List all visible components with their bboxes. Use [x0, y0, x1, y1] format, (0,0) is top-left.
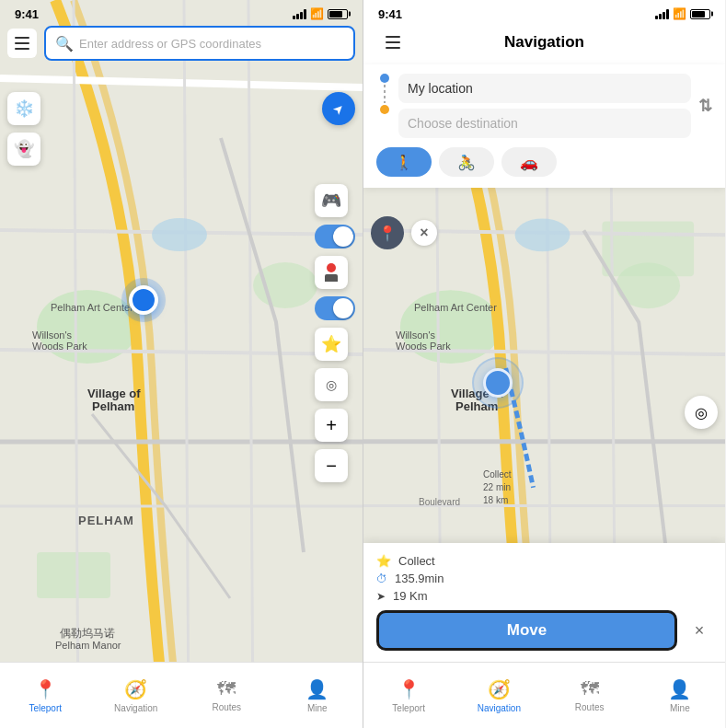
star-icon: ⭐	[376, 554, 391, 568]
right-mine-icon: 👤	[668, 678, 691, 700]
bottom-navigation: 📍 Teleport 🧭 Navigation 🗺 Routes 👤 Mine	[0, 662, 363, 728]
svg-rect-3	[37, 552, 110, 598]
battery-icon	[328, 9, 348, 19]
right-nav-routes[interactable]: 🗺 Routes	[545, 663, 635, 728]
page-title: Navigation	[408, 33, 681, 52]
panel-close-button[interactable]: ×	[686, 618, 712, 643]
svg-rect-0	[0, 0, 363, 728]
right-map-label-time: 22 min	[483, 482, 511, 492]
svg-point-24	[515, 218, 570, 251]
drive-tab[interactable]: 🚗	[501, 147, 557, 177]
hamburger-button[interactable]	[7, 29, 37, 58]
right-signal-icon	[655, 9, 669, 19]
right-routes-label: Routes	[575, 702, 605, 712]
overlay-pin-button[interactable]: 📍	[371, 216, 404, 249]
map-location-pin	[483, 368, 513, 398]
right-phone: Pelham Art Center Willson's Woods Park V…	[363, 0, 725, 728]
star-button[interactable]: ⭐	[315, 328, 348, 361]
move-button-label: Move	[507, 621, 547, 640]
cycle-tab[interactable]: 🚴	[439, 147, 494, 177]
right-hamburger-button[interactable]	[378, 28, 408, 57]
ghost-button[interactable]: 👻	[7, 133, 40, 166]
map-label-village: Village of	[87, 387, 141, 400]
search-icon: 🔍	[55, 35, 74, 52]
routes-icon: 🗺	[217, 678, 236, 699]
mine-icon: 👤	[305, 678, 328, 700]
move-area: Move ×	[376, 610, 712, 651]
overlay-close-button[interactable]: ×	[411, 220, 437, 246]
right-map-label-willsons: Willson's	[396, 329, 435, 341]
signal-icon	[293, 9, 306, 19]
right-teleport-icon: 📍	[398, 678, 421, 700]
compass-button-right[interactable]: ◎	[685, 396, 718, 429]
transport-tabs: 🚶 🚴 🚗	[376, 147, 712, 177]
svg-point-12	[152, 218, 207, 251]
right-battery-icon	[690, 9, 710, 19]
dest-dot	[380, 105, 389, 114]
panel-distance: 19 Km	[393, 589, 428, 603]
walk-tab[interactable]: 🚶	[376, 147, 432, 177]
toggle-2[interactable]	[315, 296, 355, 320]
map-label-pelham-manor: Pelham Manor	[55, 640, 121, 651]
right-map-label-dist: 18 km	[483, 495, 508, 505]
compass-button[interactable]: ◎	[315, 368, 348, 401]
clock-icon: ⏱	[376, 572, 387, 585]
map-label-pelham-city: PELHAM	[78, 514, 134, 527]
location-arrow-button[interactable]: ➤	[322, 92, 355, 125]
map-label-woods: Woods Park	[32, 341, 87, 352]
nav-teleport[interactable]: 📍 Teleport	[0, 663, 91, 728]
map-label-willsons: Willson's	[32, 329, 72, 341]
gamepad-button[interactable]: 🎮	[315, 184, 348, 217]
arrow-icon: ➤	[376, 590, 386, 603]
time-row: ⏱ 135.9min	[376, 572, 712, 585]
mine-label: Mine	[307, 703, 328, 713]
search-bar[interactable]: 🔍 Enter address or GPS coordinates	[44, 26, 355, 61]
right-wifi-icon: 📶	[673, 7, 686, 20]
right-navigation-label: Navigation	[478, 703, 521, 713]
zoom-out-button[interactable]: −	[315, 449, 348, 482]
person-pin-button[interactable]	[315, 256, 348, 289]
teleport-label: Teleport	[29, 703, 62, 713]
right-status-icons: 📶	[655, 7, 710, 20]
search-area: 🔍 Enter address or GPS coordinates	[0, 26, 363, 66]
right-top-bar: Navigation	[363, 26, 725, 64]
right-time-display: 9:41	[378, 7, 402, 21]
right-nav-teleport[interactable]: 📍 Teleport	[363, 663, 454, 728]
right-routes-icon: 🗺	[581, 678, 599, 699]
nav-navigation[interactable]: 🧭 Navigation	[91, 663, 182, 728]
right-mine-label: Mine	[670, 703, 690, 713]
collect-row: ⭐ Collect	[376, 554, 712, 568]
origin-dot	[380, 74, 389, 83]
choose-dest-text: Choose destination	[408, 116, 518, 131]
map-overlay-controls: 📍 ×	[371, 216, 437, 249]
status-icons: 📶	[293, 7, 348, 20]
zoom-in-button[interactable]: +	[315, 409, 348, 442]
search-input[interactable]: Enter address or GPS coordinates	[79, 37, 261, 51]
right-nav-mine[interactable]: 👤 Mine	[635, 663, 725, 728]
map-label-pelham-v: Pelham	[92, 399, 134, 413]
location-pin	[129, 285, 158, 315]
nav-mine[interactable]: 👤 Mine	[272, 663, 363, 728]
right-map-label-pelham-art: Pelham Art Center	[414, 302, 497, 313]
panel-time: 135.9min	[395, 572, 444, 585]
right-map-label-collect: Collect	[483, 469, 512, 480]
svg-rect-16	[602, 221, 694, 276]
origin-field[interactable]: My location	[398, 74, 691, 103]
right-bottom-navigation: 📍 Teleport 🧭 Navigation 🗺 Routes 👤 Mine	[363, 662, 725, 728]
destination-field[interactable]: Choose destination	[398, 109, 691, 138]
swap-button[interactable]: ⇅	[698, 96, 712, 116]
navigation-label: Navigation	[114, 703, 157, 713]
distance-row: ➤ 19 Km	[376, 589, 712, 603]
right-map-label-boulevard: Boulevard	[419, 497, 460, 507]
navigation-icon: 🧭	[124, 678, 147, 700]
navigation-panel: My location Choose destination ⇅ 🚶 🚴 🚗	[363, 64, 725, 188]
snowflake-button[interactable]: ❄️	[7, 92, 40, 125]
time-display: 9:41	[15, 7, 39, 21]
nav-routes[interactable]: 🗺 Routes	[181, 663, 272, 728]
routes-label: Routes	[212, 702, 241, 712]
svg-point-2	[253, 262, 317, 308]
move-button[interactable]: Move	[376, 610, 677, 651]
right-nav-navigation[interactable]: 🧭 Navigation	[454, 663, 544, 728]
teleport-icon: 📍	[34, 678, 57, 700]
toggle-1[interactable]	[315, 225, 355, 248]
